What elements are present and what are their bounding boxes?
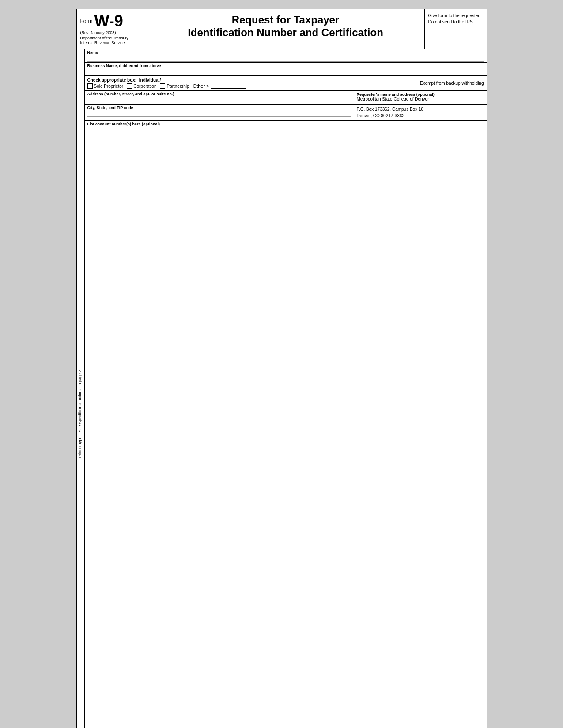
form-number: Form W-9 (80, 12, 143, 30)
account-row: List account number(s) here (optional) (85, 121, 487, 134)
corporation-checkbox[interactable]: Corporation (127, 83, 156, 89)
form-body: Print or type See Specific Instructions … (77, 49, 487, 728)
form-title: Request for Taxpayer Identification Numb… (147, 9, 425, 49)
exempt-checkbox[interactable] (413, 81, 418, 86)
give-form-note: Give form to the requester. Do not send … (425, 9, 487, 49)
name-input[interactable] (87, 55, 484, 62)
sole-proprietor-box[interactable] (87, 83, 93, 89)
other-input[interactable] (211, 83, 246, 89)
form-header: Form W-9 (Rev. January 2003) Department … (77, 9, 487, 49)
other-line: Other > (193, 83, 246, 89)
address-section: Address (number, street, and apt. or sui… (85, 91, 354, 104)
sole-proprietor-checkbox[interactable]: Sole Proprietor (87, 83, 124, 89)
address-input[interactable] (87, 96, 351, 103)
requester-address: P.O. Box 173362, Campus Box 18 Denver, C… (354, 105, 487, 120)
account-input[interactable] (87, 126, 484, 133)
city-zip-input[interactable] (87, 110, 351, 117)
rev-info: (Rev. January 2003) Department of the Tr… (80, 30, 143, 46)
city-zip-section: City, State, and ZIP code (85, 105, 354, 120)
check-box-row: Check appropriate box: Individual/ Sole … (85, 76, 487, 91)
exempt-box[interactable]: Exempt from backup withholding (413, 81, 484, 86)
form-fields: Name Business Name, if different from ab… (85, 49, 487, 728)
individual-group: Check appropriate box: Individual/ Sole … (87, 78, 246, 89)
corporation-box[interactable] (127, 83, 132, 89)
partnership-box[interactable] (160, 83, 165, 89)
partnership-checkbox[interactable]: Partnership (160, 83, 189, 89)
w9-form: Form W-9 (Rev. January 2003) Department … (76, 9, 487, 728)
side-label-area: Print or type See Specific Instructions … (77, 49, 85, 728)
name-row: Name (85, 49, 487, 63)
side-label-text: Print or type See Specific Instructions … (78, 369, 83, 458)
business-name-input[interactable] (87, 68, 484, 75)
address-requester-row: Address (number, street, and apt. or sui… (85, 91, 487, 105)
city-zip-row: City, State, and ZIP code P.O. Box 17336… (85, 105, 487, 121)
form-id-section: Form W-9 (Rev. January 2003) Department … (77, 9, 147, 49)
requester-section: Requester's name and address (optional) … (354, 91, 487, 104)
business-name-row: Business Name, if different from above (85, 63, 487, 76)
